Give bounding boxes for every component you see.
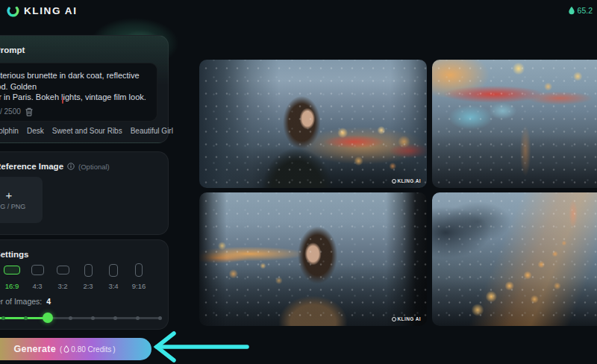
ratio-2-3-icon xyxy=(84,264,93,277)
aspect-ratio-3-2[interactable]: 3:2 xyxy=(53,263,72,290)
aspect-ratio-3-4[interactable]: 3:4 xyxy=(104,263,123,290)
number-of-images-row: Number of Images: 4 xyxy=(0,297,51,306)
prompt-panel-title: Prompt xyxy=(0,46,156,54)
ratio-3-4-icon xyxy=(109,264,118,277)
slider-tick xyxy=(136,316,140,320)
prompt-suggestions: Dolphin Desk Sweet and Sour Ribs Beautif… xyxy=(0,126,159,136)
suggestion-chip[interactable]: Dolphin xyxy=(0,127,19,135)
clear-prompt-trash-icon[interactable] xyxy=(24,107,34,117)
ratio-4-3-icon xyxy=(31,265,44,275)
optional-label: (Optional) xyxy=(78,163,110,171)
annotation-arrow-icon xyxy=(148,330,252,364)
char-counter: / 2500 xyxy=(0,107,21,116)
logo-wordmark: KLING AI xyxy=(24,5,78,16)
suggestion-chip[interactable]: Beautiful Girl xyxy=(131,127,173,135)
suggestion-chip[interactable]: Desk xyxy=(27,127,44,135)
watermark-logo-icon xyxy=(392,317,396,321)
credits-value: 65.2 xyxy=(578,6,593,15)
prompt-panel: Prompt Mysterious brunette in dark coat,… xyxy=(0,35,169,143)
slider-handle[interactable] xyxy=(43,313,53,323)
generated-image-3[interactable]: KLING AI xyxy=(199,192,427,326)
settings-panel: Settings 16:9 4:3 3:2 2:3 3:4 xyxy=(0,239,169,330)
aspect-ratio-4-3[interactable]: 4:3 xyxy=(28,263,47,290)
aspect-ratio-selector: 16:9 4:3 3:2 2:3 3:4 9:16 xyxy=(2,263,149,290)
ratio-9-16-icon xyxy=(135,263,143,277)
generate-cost: ( 0.80 Credits ) xyxy=(60,345,116,354)
info-icon[interactable] xyxy=(67,163,75,170)
generate-label: Generate xyxy=(13,344,56,354)
credits-balance[interactable]: 65.2 xyxy=(568,6,593,15)
generated-images-grid: KLING AI KLING AI xyxy=(199,60,597,326)
cost-droplet-icon xyxy=(63,345,69,353)
ratio-3-2-icon xyxy=(57,266,69,274)
reference-upload-dropzone[interactable]: + JPG / PNG xyxy=(0,177,43,223)
top-bar: KLING AI 65.2 xyxy=(0,0,597,22)
red-cursor-mark xyxy=(62,97,63,104)
kling-watermark: KLING AI xyxy=(392,178,422,183)
prompt-textarea[interactable]: Mysterious brunette in dark coat, reflec… xyxy=(0,63,157,122)
generated-image-4[interactable] xyxy=(432,192,597,326)
ratio-16-9-icon xyxy=(4,266,20,274)
kling-logo-icon xyxy=(6,4,20,18)
slider-tick xyxy=(91,316,95,320)
slider-tick xyxy=(1,316,5,320)
aspect-ratio-2-3[interactable]: 2:3 xyxy=(78,263,98,290)
generate-button[interactable]: Generate ( 0.80 Credits ) xyxy=(0,338,151,360)
app-window: KLING AI 65.2 Prompt Mysterious brunette… xyxy=(0,0,597,364)
number-of-images-label: Number of Images: xyxy=(0,297,42,306)
plus-icon: + xyxy=(6,189,13,201)
slider-tick xyxy=(158,316,162,320)
aspect-ratio-9-16[interactable]: 9:16 xyxy=(129,263,149,290)
settings-panel-title: Settings xyxy=(0,250,156,259)
kling-watermark: KLING AI xyxy=(392,316,422,321)
reference-image-panel: Reference Image (Optional) + JPG / PNG xyxy=(0,151,169,235)
watermark-logo-icon xyxy=(392,179,396,183)
kling-logo[interactable]: KLING AI xyxy=(6,4,78,18)
reference-panel-title: Reference Image (Optional) xyxy=(0,162,156,171)
number-of-images-slider[interactable] xyxy=(0,313,160,323)
slider-tick xyxy=(24,316,28,320)
generated-image-2[interactable] xyxy=(432,60,597,188)
credit-droplet-icon xyxy=(568,6,575,15)
aspect-ratio-16-9[interactable]: 16:9 xyxy=(2,263,22,290)
number-of-images-value: 4 xyxy=(46,297,51,306)
suggestion-chip[interactable]: Sweet and Sour Ribs xyxy=(52,127,122,135)
generated-image-1[interactable]: KLING AI xyxy=(199,60,427,188)
slider-tick xyxy=(113,316,117,320)
upload-format-hint: JPG / PNG xyxy=(0,203,25,210)
prompt-text: Mysterious brunette in dark coat, reflec… xyxy=(0,70,148,103)
slider-tick xyxy=(69,316,72,320)
